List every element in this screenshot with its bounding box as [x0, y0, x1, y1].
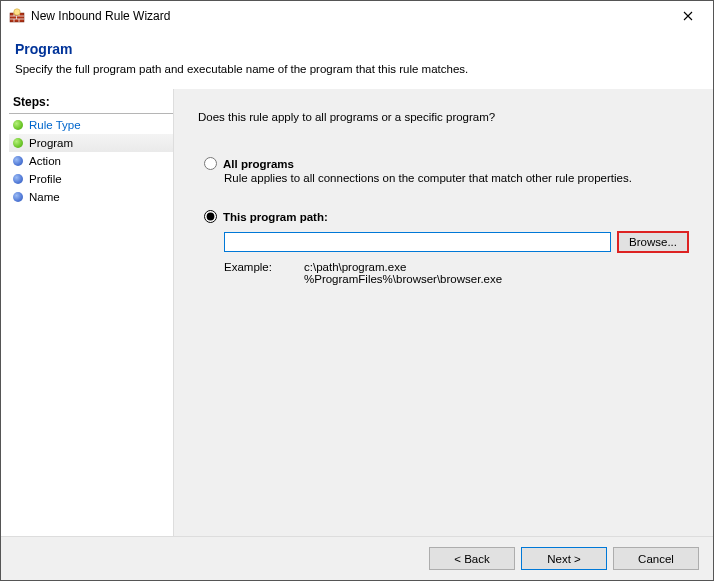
- step-label: Profile: [29, 173, 62, 185]
- radio-program-path[interactable]: [204, 210, 217, 223]
- step-program[interactable]: Program: [9, 134, 173, 152]
- step-label: Rule Type: [29, 119, 81, 131]
- page-subtitle: Specify the full program path and execut…: [15, 63, 699, 75]
- step-label: Name: [29, 191, 60, 203]
- step-rule-type[interactable]: Rule Type: [9, 116, 173, 134]
- window-title: New Inbound Rule Wizard: [31, 9, 665, 23]
- example-row: Example: c:\path\program.exe %ProgramFil…: [204, 261, 689, 285]
- question-text: Does this rule apply to all programs or …: [198, 111, 689, 123]
- radio-program-path-row[interactable]: This program path:: [204, 210, 689, 223]
- example-label: Example:: [224, 261, 274, 285]
- titlebar: New Inbound Rule Wizard: [1, 1, 713, 31]
- steps-label: Steps:: [9, 93, 173, 114]
- svg-point-9: [14, 9, 20, 15]
- next-button[interactable]: Next >: [521, 547, 607, 570]
- option-all-programs: All programs Rule applies to all connect…: [198, 157, 689, 184]
- all-programs-desc: Rule applies to all connections on the c…: [204, 172, 689, 184]
- page-title: Program: [15, 41, 699, 57]
- option-program-path: This program path: Browse... Example: c:…: [198, 210, 689, 285]
- radio-program-path-label: This program path:: [223, 211, 328, 223]
- example-values: c:\path\program.exe %ProgramFiles%\brows…: [304, 261, 502, 285]
- radio-all-programs[interactable]: [204, 157, 217, 170]
- back-button[interactable]: < Back: [429, 547, 515, 570]
- close-button[interactable]: [665, 1, 711, 31]
- program-path-input[interactable]: [224, 232, 611, 252]
- wizard-body: Steps: Rule Type Program Action Profile …: [1, 89, 713, 536]
- wizard-window: New Inbound Rule Wizard Program Specify …: [0, 0, 714, 581]
- radio-all-programs-label: All programs: [223, 158, 294, 170]
- bullet-icon: [13, 156, 23, 166]
- bullet-icon: [13, 174, 23, 184]
- main-panel: Does this rule apply to all programs or …: [173, 89, 713, 536]
- browse-button[interactable]: Browse...: [617, 231, 689, 253]
- bullet-icon: [13, 192, 23, 202]
- step-label: Action: [29, 155, 61, 167]
- button-bar: < Back Next > Cancel: [1, 536, 713, 580]
- bullet-icon: [13, 138, 23, 148]
- radio-all-programs-row[interactable]: All programs: [204, 157, 689, 170]
- step-action[interactable]: Action: [9, 152, 173, 170]
- wizard-header: Program Specify the full program path an…: [1, 31, 713, 89]
- step-name[interactable]: Name: [9, 188, 173, 206]
- steps-sidebar: Steps: Rule Type Program Action Profile …: [9, 89, 173, 536]
- firewall-icon: [9, 8, 25, 24]
- bullet-icon: [13, 120, 23, 130]
- cancel-button[interactable]: Cancel: [613, 547, 699, 570]
- step-profile[interactable]: Profile: [9, 170, 173, 188]
- step-label: Program: [29, 137, 73, 149]
